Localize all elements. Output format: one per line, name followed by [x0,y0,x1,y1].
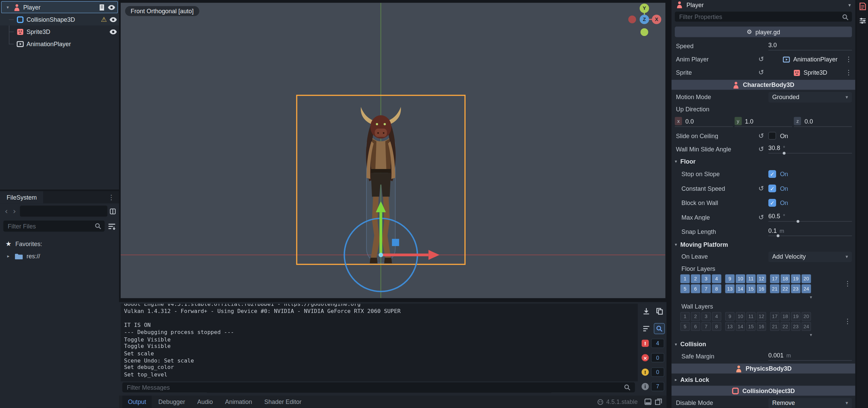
make-floating-icon[interactable] [655,398,662,405]
checkbox-checked[interactable]: ✓ [768,199,776,207]
slider-grabber[interactable] [783,152,785,154]
layer-cell-15[interactable]: 15 [746,284,756,293]
layer-cell-6[interactable]: 6 [691,322,701,331]
expand-layer-names-icon[interactable]: ▾ [671,333,855,338]
view-mode-label[interactable]: Front Orthogonal [auto] [125,6,199,16]
max-angle-slider[interactable]: 60.5° [768,213,852,222]
layer-cell-20[interactable]: 20 [802,274,811,283]
sprite-assignment[interactable]: Sprite3D ⋮ [768,69,852,76]
split-view-icon[interactable] [109,207,116,215]
layer-cell-4[interactable]: 4 [712,312,722,321]
expand-icon[interactable]: ▸ [5,254,11,259]
script-section-header[interactable]: ⚙ player.gd [675,26,852,37]
search-messages-icon[interactable] [654,323,665,334]
layer-cell-18[interactable]: 18 [781,274,790,283]
axis-neg-x-ball[interactable] [628,16,636,23]
revert-icon[interactable]: ↺ [758,214,764,221]
visibility-icon[interactable] [110,29,117,34]
property-options-icon[interactable]: ⋮ [845,55,852,63]
revert-icon[interactable]: ↺ [758,69,764,76]
layer-cell-21[interactable]: 21 [770,322,780,331]
copy-log-icon[interactable] [654,305,665,317]
layer-cell-22[interactable]: 22 [781,322,790,331]
axis-neg-y-ball[interactable] [640,28,648,36]
collapse-icon[interactable]: ▾ [5,5,11,10]
layer-cell-23[interactable]: 23 [791,284,801,293]
layer-cell-12[interactable]: 12 [757,312,766,321]
layer-cell-19[interactable]: 19 [791,274,801,283]
layer-cell-13[interactable]: 13 [725,322,735,331]
layer-cell-10[interactable]: 10 [736,312,745,321]
layer-cell-1[interactable]: 1 [680,274,690,283]
slider-grabber[interactable] [777,235,780,237]
layer-cell-14[interactable]: 14 [736,284,745,293]
layer-cell-5[interactable]: 5 [680,284,690,293]
revert-icon[interactable]: ↺ [758,146,764,152]
layer-cell-11[interactable]: 11 [746,274,756,283]
layer-cell-3[interactable]: 3 [702,274,711,283]
layer-cell-17[interactable]: 17 [770,274,780,283]
tab-animation[interactable]: Animation [219,396,258,408]
vector-y-field[interactable]: y1.0 [734,117,792,127]
layer-cell-7[interactable]: 7 [702,322,711,331]
layer-cell-14[interactable]: 14 [736,322,745,331]
scene-node-player[interactable]: ▾ Player [1,1,118,13]
layer-cell-22[interactable]: 22 [781,284,790,293]
motion-mode-dropdown[interactable]: Grounded▾ [768,92,852,102]
axis-navigation-gizmo[interactable]: Y Z X [628,4,661,36]
gizmo-plane-handle[interactable] [392,239,399,246]
section-floor[interactable]: ▾ Floor [671,156,855,167]
layer-cell-6[interactable]: 6 [691,284,701,293]
layer-cell-4[interactable]: 4 [712,274,722,283]
section-moving-platform[interactable]: ▾ Moving Platform [671,239,855,250]
layer-cell-15[interactable]: 15 [746,322,756,331]
warning-icon[interactable]: ⚠ [101,16,107,23]
layer-cell-20[interactable]: 20 [802,312,811,321]
snap-length-slider[interactable]: 0.1m [768,227,852,236]
scene-node-collisionshape3d[interactable]: CollisionShape3D ⚠ [0,13,119,25]
slider-grabber[interactable] [797,220,800,223]
viewport-3d[interactable]: Y Z X Front Orthogonal [auto] [121,3,666,298]
layer-cell-11[interactable]: 11 [746,312,756,321]
filter-files-input[interactable] [3,221,105,232]
visibility-icon[interactable] [110,17,117,22]
layer-cell-9[interactable]: 9 [725,312,735,321]
layer-cell-24[interactable]: 24 [802,322,811,331]
layer-options-icon[interactable]: ⋮ [844,280,851,288]
dock-options-icon[interactable]: ⋮ [103,193,119,201]
layer-cell-18[interactable]: 18 [781,312,790,321]
revert-icon[interactable]: ↺ [758,185,764,192]
layer-cell-24[interactable]: 24 [802,284,811,293]
layer-options-icon[interactable]: ⋮ [844,318,851,326]
section-axis-lock[interactable]: ▸ Axis Lock [671,374,855,385]
filter-properties-input[interactable] [675,12,852,21]
tab-output[interactable]: Output [122,396,152,408]
collapse-duplicates-icon[interactable] [640,323,652,334]
layer-cell-12[interactable]: 12 [757,274,766,283]
gizmo-center-handle[interactable] [379,253,383,257]
layer-cell-9[interactable]: 9 [725,274,735,283]
tab-debugger[interactable]: Debugger [153,396,191,408]
layer-cell-7[interactable]: 7 [702,284,711,293]
vector-x-field[interactable]: x0.0 [675,117,733,127]
tab-audio[interactable]: Audio [192,396,218,408]
scene-node-animationplayer[interactable]: AnimationPlayer [0,38,119,50]
expand-layer-names-icon[interactable]: ▾ [671,295,855,301]
attached-script-icon[interactable] [99,4,105,11]
revert-icon[interactable]: ↺ [758,132,764,139]
vector-z-field[interactable]: z0.0 [794,117,852,127]
disable-mode-dropdown[interactable]: Remove▾ [768,397,852,408]
layer-cell-19[interactable]: 19 [791,312,801,321]
forward-icon[interactable]: › [12,207,18,216]
warning-filter-toggle[interactable]: ! 0 [642,367,664,377]
gizmo-x-arrowhead[interactable] [429,250,440,260]
checkbox-unchecked[interactable] [768,132,776,140]
layer-cell-5[interactable]: 5 [680,322,690,331]
speed-field[interactable]: 3.0 [768,41,852,50]
res-root-item[interactable]: ▸ res:// [0,250,119,262]
checkbox-checked[interactable]: ✓ [768,170,776,178]
stderr-filter-toggle[interactable]: ! 4 [642,339,664,348]
layer-cell-16[interactable]: 16 [757,322,766,331]
console-log[interactable]: Godot Engine v4.5.1.stable.official.f62f… [121,304,638,382]
section-collision[interactable]: ▾ Collision [671,339,855,350]
